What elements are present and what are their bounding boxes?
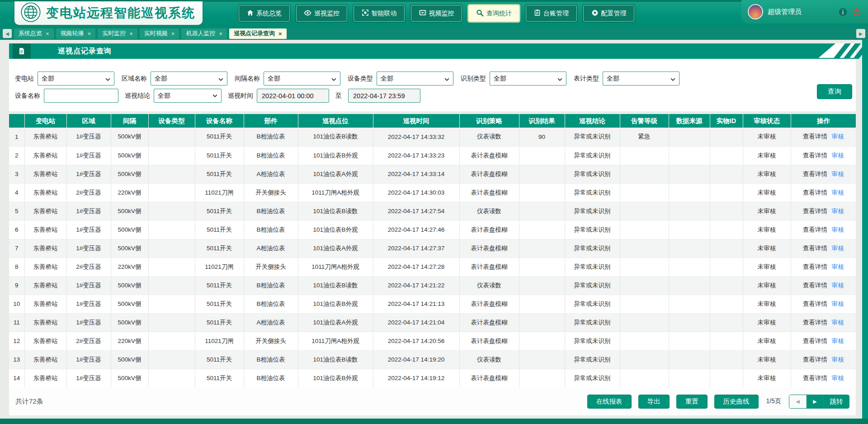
time-from-input[interactable]: 2022-04-01 00:00 [257,89,329,103]
title-underline [9,58,854,59]
device-type-select[interactable]: 全部 [377,71,453,86]
audit-link[interactable]: 审核 [832,282,844,289]
audit-status-cell: 未审核 [743,332,791,350]
view-detail-link[interactable]: 查看详情 [803,300,827,307]
view-detail-link[interactable]: 查看详情 [803,152,827,159]
audit-link[interactable]: 审核 [832,263,844,270]
view-detail-link[interactable]: 查看详情 [803,133,827,140]
user-name: 超级管理员 [768,8,834,16]
data-source-cell [669,202,710,220]
view-detail-link[interactable]: 查看详情 [803,263,827,270]
next-page-button[interactable]: ▶ [807,395,824,408]
alarm-level-cell [620,313,669,332]
jump-button[interactable]: 跳转 [824,395,849,408]
region-select[interactable]: 全部 [151,71,227,86]
tab-scroll-left-button[interactable]: ◀ [3,29,12,38]
audit-link[interactable]: 审核 [832,245,844,252]
tab-scroll-right-button[interactable]: ▶ [856,29,865,38]
audit-link[interactable]: 审核 [832,319,844,326]
audit-status-cell: 未审核 [743,276,791,295]
brand-panel: 变电站远程智能巡视系统 [14,1,203,26]
time-to-input[interactable]: 2022-04-17 23:59 [348,89,420,103]
tab[interactable]: 巡视点记录查询× [229,29,287,39]
tab[interactable]: 系统总览× [14,29,54,39]
filter-group: 变电站全部 [15,71,114,86]
meter-type-select[interactable]: 全部 [603,71,679,86]
view-detail-link[interactable]: 查看详情 [803,319,827,326]
view-detail-link[interactable]: 查看详情 [803,375,827,381]
alarm-level-cell: 紧急 [620,128,669,146]
nav-button[interactable]: 系统总览 [239,5,290,22]
tab-close-icon[interactable]: × [278,31,282,37]
nav-button-label: 配置管理 [601,10,627,18]
device-type-cell [148,313,195,332]
tab-close-icon[interactable]: × [219,31,222,37]
nav-button[interactable]: 台账管理 [526,5,577,22]
alarm-level-cell [620,239,669,257]
reset-button[interactable]: 重置 [676,395,708,409]
nav-button[interactable]: 视频监控 [411,5,462,22]
nav-button[interactable]: 查询统计 [468,5,519,22]
data-source-cell [669,295,710,313]
view-detail-link[interactable]: 查看详情 [803,245,827,252]
view-detail-link[interactable]: 查看详情 [803,282,827,289]
nav-button[interactable]: 巡视监控 [296,5,347,22]
audit-link[interactable]: 审核 [832,152,844,159]
history-curve-button[interactable]: 历史曲线 [714,395,759,409]
row-index-cell: 14 [9,369,24,387]
tab[interactable]: 机器人监控× [181,29,227,39]
audit-link[interactable]: 审核 [832,208,844,214]
nav-button[interactable]: 智能联动 [354,5,405,22]
audit-link[interactable]: 审核 [832,375,844,381]
inspection-point-cell: 101油位表A外观 [298,165,373,183]
actions-cell: 查看详情审核 [791,369,856,387]
prev-page-button[interactable]: ◀ [789,395,807,408]
view-detail-link[interactable]: 查看详情 [803,171,827,177]
tab-close-icon[interactable]: × [88,31,91,37]
total-count: 共计72条 [15,397,43,406]
export-button[interactable]: 导出 [638,395,670,409]
audit-link[interactable]: 审核 [832,338,844,344]
avatar[interactable] [748,4,763,19]
part-cell: B相油位表 [244,350,298,369]
tab-close-icon[interactable]: × [171,31,175,37]
tab-close-icon[interactable]: × [129,31,133,37]
station-select[interactable]: 全部 [38,71,114,86]
tab[interactable]: 视频轮播× [56,29,96,39]
audit-link[interactable]: 审核 [832,226,844,233]
inspection-point-cell: 101油位表B外观 [298,146,373,165]
view-detail-link[interactable]: 查看详情 [803,208,827,214]
station-cell: 东善桥站 [24,369,66,387]
bay-select[interactable]: 全部 [264,71,340,86]
audit-link[interactable]: 审核 [832,189,844,196]
recognition-type-select[interactable]: 全部 [490,71,566,86]
tab-close-icon[interactable]: × [46,31,49,37]
strategy-cell: 仪表读数 [459,276,519,295]
view-detail-link[interactable]: 查看详情 [803,189,827,196]
nav-button[interactable]: 配置管理 [583,5,634,22]
audit-link[interactable]: 审核 [832,300,844,307]
audit-link[interactable]: 审核 [832,356,844,363]
column-header: 巡视结论 [565,114,620,128]
device-name-input[interactable] [44,89,118,103]
strategy-cell: 表计表盘模糊 [459,165,519,183]
audit-link[interactable]: 审核 [832,171,844,177]
bay-cell: 500kV侧 [111,146,148,165]
view-detail-link[interactable]: 查看详情 [803,356,827,363]
view-detail-link[interactable]: 查看详情 [803,338,827,344]
physical-id-cell [710,202,743,220]
tab[interactable]: 实时视频× [140,29,179,39]
info-icon[interactable] [838,7,847,16]
tab-label: 实时视频 [144,29,168,38]
tab[interactable]: 实时监控× [98,29,137,39]
view-detail-link[interactable]: 查看详情 [803,226,827,233]
audit-status-cell: 未审核 [743,165,791,183]
column-header [9,114,24,128]
audit-link[interactable]: 审核 [832,133,844,140]
search-button[interactable]: 查询 [817,84,852,99]
conclusion-select[interactable]: 全部 [154,89,222,103]
device-type-cell [148,239,195,257]
audit-status-cell: 未审核 [743,369,791,387]
power-icon[interactable] [852,7,861,16]
online-report-button[interactable]: 在线报表 [587,395,632,409]
